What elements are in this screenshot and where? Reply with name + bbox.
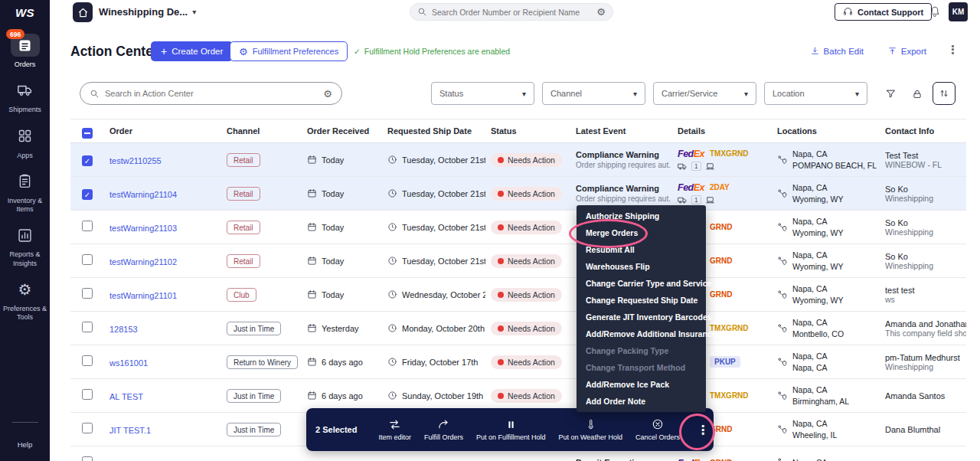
- menu-item-generate-jit-inventory-barcodes[interactable]: Generate JIT Inventory Barcodes: [577, 309, 706, 325]
- top-bar: Wineshipping De... ▾ ⚙ Contact Support K…: [50, 0, 980, 25]
- create-order-button[interactable]: + Create Order: [151, 41, 233, 61]
- apps-grid-icon: [11, 125, 40, 148]
- menu-item-change-transport-method: Change Transport Method: [577, 359, 706, 376]
- channel-chip: Just in Time: [227, 423, 281, 436]
- menu-item-add-remove-additional-insurance[interactable]: Add/Remove Additional Insurance: [577, 325, 706, 342]
- truck-icon: [11, 79, 40, 102]
- order-link[interactable]: 128153: [109, 325, 138, 334]
- sidebar-item-shipments[interactable]: Shipments: [0, 79, 50, 114]
- filter-funnel-button[interactable]: [880, 83, 901, 104]
- row-checkbox[interactable]: [82, 288, 93, 299]
- requested-ship-date-text: Sunday, October 19th: [402, 391, 483, 401]
- clock-icon: [387, 391, 397, 401]
- table-row[interactable]: testWarning21101 Club Today Wednesday, O…: [70, 278, 966, 312]
- requested-ship-date-text: Tuesday, October 21st: [402, 155, 485, 165]
- row-checkbox[interactable]: [82, 254, 93, 265]
- status-badge: Needs Action: [491, 288, 562, 302]
- item-editor-button[interactable]: Item editor: [378, 418, 411, 441]
- row-checkbox[interactable]: [82, 322, 93, 332]
- home-button[interactable]: [73, 2, 93, 22]
- status-badge: Needs Action: [491, 254, 562, 268]
- order-link[interactable]: testWarning21103: [109, 224, 177, 233]
- cancel-orders-button[interactable]: Cancel Orders: [635, 418, 680, 441]
- thermometer-icon: [585, 418, 596, 430]
- order-link[interactable]: testw2110255: [109, 156, 162, 165]
- status-dot-icon: [498, 224, 504, 230]
- filter-channel[interactable]: Channel ▾: [542, 82, 645, 105]
- location-to: Wheeling, IL: [792, 430, 837, 440]
- sidebar-item-help[interactable]: Help: [18, 440, 33, 449]
- location-from: Napa, CA: [792, 457, 828, 461]
- requested-ship-date-text: Friday, October 17th: [402, 358, 478, 367]
- filter-location[interactable]: Location ▾: [764, 82, 867, 105]
- notifications-button[interactable]: [929, 5, 941, 21]
- requested-ship-date-text: Tuesday, October 21st: [402, 257, 485, 266]
- table-row[interactable]: testw2110255 Retail Today Tuesday, Octob…: [70, 143, 966, 177]
- weather-hold-button[interactable]: Put on Weather Hold: [559, 418, 622, 441]
- fulfillment-hold-button[interactable]: Put on Fulfillment Hold: [476, 418, 546, 441]
- menu-item-change-carrier-type-and-service[interactable]: Change Carrier Type and Service: [577, 275, 706, 292]
- sidebar-item-inventory[interactable]: Inventory & Items: [0, 170, 50, 214]
- order-link[interactable]: testWarning21102: [109, 257, 177, 266]
- row-checkbox[interactable]: [82, 355, 93, 366]
- table-row[interactable]: 128153 Just in Time Yesterday Monday, Oc…: [70, 312, 966, 345]
- export-button[interactable]: Export: [887, 46, 926, 56]
- search-settings-icon[interactable]: ⚙: [596, 7, 606, 17]
- annotation-circle-merge-orders: [569, 219, 648, 248]
- channel-chip: Return to Winery: [227, 355, 298, 369]
- status-dot-icon: [498, 258, 504, 264]
- contact-support-button[interactable]: Contact Support: [835, 3, 932, 21]
- order-link[interactable]: JIT TEST.1: [109, 426, 151, 435]
- row-checkbox[interactable]: [82, 221, 93, 231]
- gear-icon: ⚙: [239, 47, 248, 57]
- action-center-search[interactable]: ⚙: [80, 82, 342, 105]
- menu-item-add-remove-ice-pack[interactable]: Add/Remove Ice Pack: [577, 376, 706, 393]
- check-icon: ✓: [354, 47, 361, 56]
- clock-icon: [387, 256, 397, 266]
- fulfillment-preferences-button[interactable]: ⚙ Fulfillment Preferences: [230, 41, 348, 61]
- user-avatar[interactable]: KM: [949, 2, 968, 21]
- order-received-text: Today: [322, 223, 344, 232]
- menu-item-add-order-note[interactable]: Add Order Note: [577, 393, 706, 410]
- row-checkbox[interactable]: [82, 389, 93, 400]
- calendar-icon: [307, 188, 317, 198]
- sort-button[interactable]: [933, 82, 956, 105]
- fulfill-orders-button[interactable]: Fulfill Orders: [424, 418, 463, 441]
- table-row[interactable]: testWarning21103 Retail Today Tuesday, O…: [70, 211, 966, 244]
- service-code: PKUP: [710, 356, 740, 368]
- menu-item-warehouses-flip[interactable]: Warehouses Flip: [577, 258, 706, 275]
- select-all-checkbox[interactable]: [82, 128, 93, 139]
- calendar-icon: [307, 323, 317, 333]
- row-checkbox[interactable]: [82, 189, 93, 200]
- bulk-action-bar: 2 Selected Item editor Fulfill Orders Pu…: [306, 408, 714, 451]
- row-checkbox[interactable]: [82, 155, 93, 166]
- table-row[interactable]: testWarning21104 Retail Today Tuesday, O…: [70, 177, 966, 211]
- sidebar-item-orders[interactable]: 696 Orders: [0, 34, 50, 69]
- row-checkbox[interactable]: [82, 456, 93, 461]
- channel-chip: Just in Time: [227, 322, 281, 335]
- global-search[interactable]: ⚙: [410, 3, 613, 21]
- filter-status[interactable]: Status ▾: [431, 82, 534, 105]
- action-center-search-input[interactable]: [105, 89, 318, 98]
- gear-icon: ⚙: [11, 278, 40, 301]
- sidebar-item-preferences[interactable]: ⚙ Preferences & Tools: [0, 278, 50, 322]
- global-search-input[interactable]: [432, 8, 592, 17]
- table-row[interactable]: ws161001 Return to Winery 6 days ago Fri…: [70, 345, 966, 379]
- company-switcher[interactable]: Wineshipping De... ▾: [99, 6, 196, 18]
- table-row[interactable]: testWarning21102 Retail Today Tuesday, O…: [70, 244, 966, 278]
- menu-item-change-requested-ship-date[interactable]: Change Requested Ship Date: [577, 292, 706, 309]
- order-link[interactable]: testWarning21104: [109, 190, 177, 199]
- contact-name: Dana Blumthal: [885, 425, 966, 434]
- sidebar-item-apps[interactable]: Apps: [0, 125, 50, 160]
- sidebar-item-reports[interactable]: Reports & Insights: [0, 224, 50, 268]
- search-settings-icon[interactable]: ⚙: [323, 89, 332, 99]
- calendar-icon: [307, 357, 317, 367]
- order-link[interactable]: testWarning21101: [109, 291, 177, 300]
- row-checkbox[interactable]: [82, 423, 93, 433]
- order-link[interactable]: AL TEST: [109, 392, 143, 401]
- batch-edit-button[interactable]: Batch Edit: [810, 46, 864, 56]
- header-more-button[interactable]: ⋮: [947, 43, 959, 57]
- lock-columns-button[interactable]: [906, 83, 927, 104]
- order-link[interactable]: ws161001: [109, 358, 148, 368]
- filter-carrier-service[interactable]: Carrier/Service ▾: [653, 82, 756, 105]
